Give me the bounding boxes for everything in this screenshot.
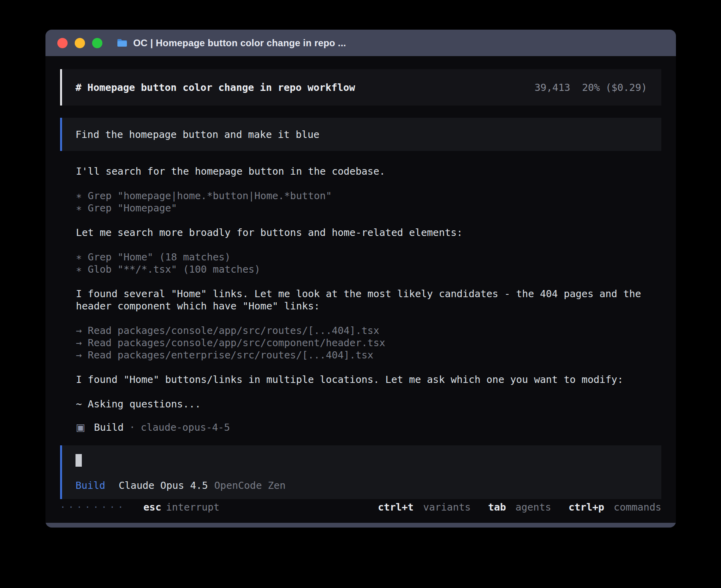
input-meta: BuildClaude Opus 4.5OpenCode Zen xyxy=(75,480,648,491)
terminal-window: OC | Homepage button color change in rep… xyxy=(45,30,676,528)
input-mode-label[interactable]: Build xyxy=(75,480,105,491)
tool-call-read: → Read packages/enterprise/src/routes/[.… xyxy=(76,349,661,361)
esc-key: esc xyxy=(143,501,161,513)
transcript-gap xyxy=(76,177,661,190)
assistant-text: Let me search more broadly for buttons a… xyxy=(76,226,661,239)
session-cost: ($0.29) xyxy=(606,82,647,93)
hint-key: tab xyxy=(488,501,506,513)
tool-call-grep: ∗ Grep "Home" (18 matches) xyxy=(76,251,661,263)
assistant-status: ~ Asking questions... xyxy=(76,398,661,410)
statusbar-left: ········ esc interrupt xyxy=(60,501,219,513)
transcript-gap xyxy=(76,386,661,398)
user-message-text: Find the homepage button and make it blu… xyxy=(75,129,319,140)
hint-key: ctrl+t xyxy=(378,501,413,513)
tool-call-glob: ∗ Glob "**/*.tsx" (100 matches) xyxy=(76,263,661,275)
hint-label: agents xyxy=(515,501,551,513)
title-group: OC | Homepage button color change in rep… xyxy=(117,38,346,49)
agent-separator: · xyxy=(129,422,135,433)
input-provider-label: OpenCode Zen xyxy=(214,480,286,491)
transcript-gap xyxy=(76,239,661,251)
status-bar: ········ esc interrupt ctrl+tvariantstab… xyxy=(60,501,661,523)
transcript-gap xyxy=(76,361,661,373)
session-header: # Homepage button color change in repo w… xyxy=(60,69,661,106)
hint-variants: ctrl+tvariants xyxy=(378,501,471,513)
close-button[interactable] xyxy=(57,38,68,48)
assistant-text: I found "Home" buttons/links in multiple… xyxy=(76,373,661,386)
tool-call-read: → Read packages/console/app/src/componen… xyxy=(76,337,661,349)
minimize-button[interactable] xyxy=(75,38,85,48)
terminal-content: # Homepage button color change in repo w… xyxy=(45,56,676,523)
window-bottom-chrome xyxy=(45,523,676,528)
tool-call-grep: ∗ Grep "homepage|home.*button|Home.*butt… xyxy=(76,190,661,202)
agent-status-line: ▣Build·claude-opus-4-5 xyxy=(60,421,661,433)
context-percent: 20% xyxy=(582,82,600,93)
input-model-label[interactable]: Claude Opus 4.5 xyxy=(119,480,208,491)
text-cursor xyxy=(75,454,82,467)
agent-icon: ▣ xyxy=(76,422,85,433)
hint-label: variants xyxy=(423,501,470,513)
esc-label: interrupt xyxy=(166,501,219,513)
statusbar-hints: ctrl+tvariantstabagentsctrl+pcommands xyxy=(378,501,661,513)
user-message: Find the homepage button and make it blu… xyxy=(60,118,661,151)
window-title: OC | Homepage button color change in rep… xyxy=(133,38,346,49)
hint-key: ctrl+p xyxy=(568,501,604,513)
transcript-gap xyxy=(76,214,661,226)
window-controls xyxy=(57,38,102,48)
zoom-button[interactable] xyxy=(92,38,102,48)
agent-model: claude-opus-4-5 xyxy=(141,422,230,433)
session-title: # Homepage button color change in repo w… xyxy=(75,82,355,93)
prompt-input[interactable]: BuildClaude Opus 4.5OpenCode Zen xyxy=(60,445,661,499)
hint-commands: ctrl+pcommands xyxy=(568,501,661,513)
transcript-gap xyxy=(76,275,661,288)
hint-label: commands xyxy=(614,501,661,513)
tool-call-grep: ∗ Grep "Homepage" xyxy=(76,202,661,214)
spinner-dots: ········ xyxy=(60,501,126,513)
token-count: 39,413 xyxy=(534,82,570,93)
hint-agents: tabagents xyxy=(488,501,551,513)
assistant-text: I found several "Home" links. Let me loo… xyxy=(76,288,661,312)
window-titlebar[interactable]: OC | Homepage button color change in rep… xyxy=(45,30,676,56)
agent-name: Build xyxy=(94,422,124,433)
session-stats: 39,41320%($0.29) xyxy=(534,82,647,93)
tool-call-read: → Read packages/console/app/src/routes/[… xyxy=(76,324,661,337)
assistant-text: I'll search for the homepage button in t… xyxy=(76,165,661,177)
folder-icon xyxy=(117,38,128,47)
transcript-gap xyxy=(76,312,661,324)
transcript: I'll search for the homepage button in t… xyxy=(60,165,661,410)
